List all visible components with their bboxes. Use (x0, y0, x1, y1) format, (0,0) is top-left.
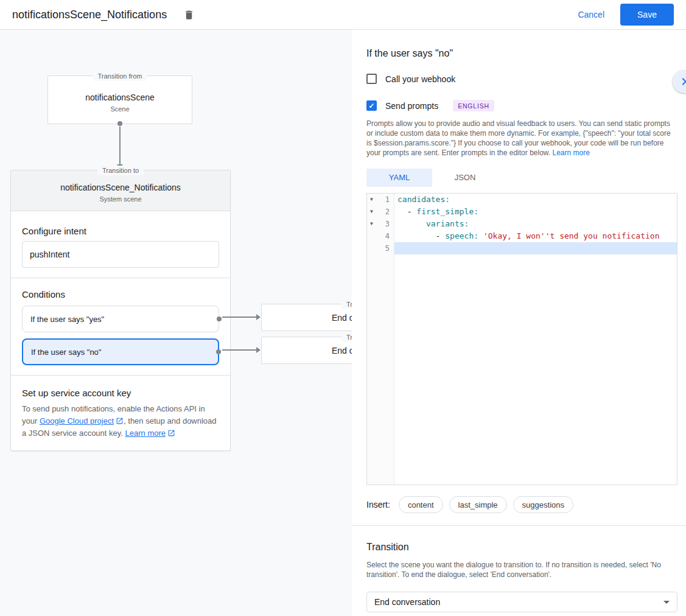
code-line-content[interactable]: variants: (394, 218, 677, 230)
insert-last-simple-chip[interactable]: last_simple (449, 496, 507, 513)
condition-no-arrow-head-icon (256, 347, 261, 353)
dropdown-caret-icon (663, 601, 670, 604)
conditions-section: Conditions If the user says "yes" If the… (11, 278, 230, 375)
send-prompts-label: Send prompts (385, 101, 438, 111)
end-conversation-node-2[interactable]: Transition to End conversation (261, 337, 352, 364)
code-line[interactable]: ▼3 variants: (367, 218, 677, 230)
external-link-icon (167, 429, 175, 437)
configure-intent-title: Configure intent (22, 226, 219, 236)
send-prompts-checkbox[interactable]: ✓ (366, 100, 377, 111)
top-bar: notificationsScene_Notifications Cancel … (0, 0, 686, 30)
intent-item-pushintent[interactable]: pushIntent (22, 241, 219, 268)
details-panel: If the user says "no" Call your webhook … (352, 30, 686, 616)
tab-json[interactable]: JSON (432, 169, 498, 187)
code-line[interactable]: 4 - speech: 'Okay, I won''t send you not… (367, 230, 677, 242)
prompts-description: Prompts allow you to provide audio and v… (366, 119, 677, 158)
end-node-title: End conversation (332, 346, 352, 355)
google-cloud-project-link[interactable]: Google Cloud project (40, 416, 114, 425)
transition-title: Transition (366, 542, 677, 553)
prompts-description-text: Prompts allow you to provide audio and v… (366, 119, 671, 157)
trash-icon (183, 9, 195, 21)
code-line-content[interactable]: - speech: 'Okay, I won''t send you notif… (394, 230, 677, 242)
service-account-section: Set up service account key To send push … (11, 376, 230, 450)
editor-gutter: ▼1 (367, 194, 394, 206)
condition-yes-arrow-line (222, 317, 256, 318)
insert-suggestions-chip[interactable]: suggestions (513, 496, 573, 513)
service-account-text: To send push notifications, enable the A… (22, 403, 219, 439)
external-link-icon (116, 417, 124, 425)
scene-card: Transition to notificationsScene_Notific… (10, 170, 231, 451)
transition-select-value: End conversation (374, 597, 440, 607)
end-node-title: End conversation (332, 313, 352, 323)
conditions-title: Conditions (22, 289, 219, 299)
main-area: Transition from notificationsScene Scene… (0, 30, 686, 616)
tab-yaml[interactable]: YAML (366, 169, 432, 187)
scene-card-header[interactable]: notificationsScene_Notifications System … (11, 170, 230, 211)
send-prompts-row[interactable]: ✓ Send prompts ENGLISH (366, 100, 677, 111)
fold-toggle-icon[interactable]: ▼ (367, 206, 376, 218)
editor-tabs: YAML JSON (366, 169, 677, 187)
insert-row: Insert: content last_simple suggestions (366, 496, 677, 513)
configure-intent-section: Configure intent pushIntent (11, 211, 230, 278)
from-node-subtitle: Scene (110, 105, 129, 113)
transition-from-label: Transition from (93, 71, 147, 81)
line-number: 4 (376, 230, 394, 242)
line-number: 2 (376, 206, 394, 218)
insert-content-chip[interactable]: content (399, 496, 443, 513)
language-badge: ENGLISH (453, 100, 494, 111)
section-divider (352, 525, 686, 526)
learn-more-link[interactable]: Learn more (125, 429, 166, 438)
chevron-right-icon (677, 74, 686, 89)
cancel-button[interactable]: Cancel (578, 10, 604, 19)
end-conversation-node-1[interactable]: Transition to End conversation (261, 304, 352, 331)
code-line-content[interactable]: - first_simple: (394, 206, 677, 218)
webhook-checkbox[interactable] (366, 74, 377, 84)
code-line[interactable]: ▼1candidates: (367, 194, 677, 206)
transition-arrow-line (119, 127, 121, 164)
condition-item-no[interactable]: If the user says "no" (22, 338, 219, 365)
fold-toggle-icon[interactable]: ▼ (367, 218, 376, 230)
connector-port-icon (117, 121, 122, 126)
code-editor-lines: ▼1candidates:▼2 - first_simple:▼3 varian… (367, 194, 677, 254)
code-line[interactable]: 5 (367, 242, 677, 254)
condition-label: If the user says "yes" (30, 315, 104, 324)
scene-card-title: notificationsScene_Notifications (60, 183, 181, 192)
app-window: notificationsScene_Notifications Cancel … (0, 0, 686, 616)
editor-gutter: ▼3 (367, 218, 394, 230)
call-webhook-row[interactable]: Call your webhook (366, 74, 677, 84)
insert-label: Insert: (366, 500, 390, 509)
from-node-title: notificationsScene (85, 93, 155, 102)
panel-title: If the user says "no" (366, 48, 677, 59)
transition-select[interactable]: End conversation (366, 592, 677, 612)
save-button[interactable]: Save (620, 4, 674, 26)
service-account-title: Set up service account key (22, 388, 219, 398)
transition-to-label: Transition to (97, 166, 144, 175)
scene-graph-canvas[interactable]: Transition from notificationsScene Scene… (0, 30, 352, 616)
code-line-content[interactable]: candidates: (394, 194, 677, 206)
scene-node-from[interactable]: Transition from notificationsScene Scene (47, 75, 192, 124)
transition-to-label: Transition to (341, 299, 352, 309)
code-line[interactable]: ▼2 - first_simple: (367, 206, 677, 218)
connector-port-icon (217, 317, 222, 321)
transition-to-label: Transition to (341, 332, 352, 342)
page-title: notificationsScene_Notifications (12, 9, 167, 21)
intent-name: pushIntent (30, 250, 69, 259)
connector-port-icon (216, 349, 221, 354)
line-number: 3 (376, 218, 394, 230)
line-number: 5 (376, 242, 394, 254)
learn-more-link[interactable]: Learn more (553, 149, 590, 157)
editor-gutter: ▼2 (367, 206, 394, 218)
active-code-line[interactable] (394, 242, 677, 254)
editor-gutter: 5 (367, 242, 394, 254)
condition-yes-arrow-head-icon (256, 314, 261, 320)
line-number: 1 (376, 194, 394, 206)
condition-item-yes[interactable]: If the user says "yes" (22, 306, 219, 332)
transition-description: Select the scene you want the dialogue t… (366, 560, 677, 579)
scene-card-subtitle: System scene (99, 195, 141, 203)
condition-no-arrow-line (222, 349, 256, 351)
editor-gutter: 4 (367, 230, 394, 242)
fold-toggle-icon[interactable]: ▼ (367, 194, 376, 206)
code-editor[interactable]: ▼1candidates:▼2 - first_simple:▼3 varian… (366, 193, 677, 485)
condition-label: If the user says "no" (31, 348, 101, 357)
delete-scene-button[interactable] (179, 5, 198, 24)
